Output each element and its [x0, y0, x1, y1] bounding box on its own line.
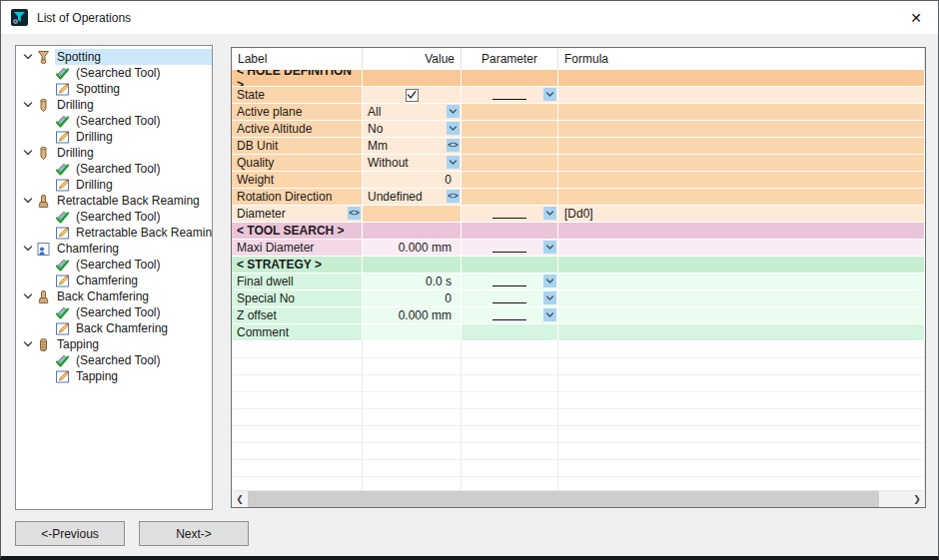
tree-item-label[interactable]: Drilling: [55, 145, 212, 161]
tree-item-label[interactable]: Drilling: [74, 177, 212, 193]
parameter-dropdown-button[interactable]: [543, 88, 556, 101]
tree-item-label[interactable]: Chamfering: [74, 273, 212, 288]
parameter-placeholder-line[interactable]: [492, 243, 526, 253]
formula-text[interactable]: [Dd0]: [564, 207, 593, 221]
tree-item[interactable]: Retractable Back Reaming: [16, 225, 212, 241]
tree-item-label[interactable]: (Searched Tool): [74, 352, 212, 368]
parameter-cell[interactable]: [462, 324, 558, 341]
column-header-parameter[interactable]: Parameter: [462, 48, 558, 70]
label-toggle-button[interactable]: <>: [348, 207, 361, 220]
formula-cell[interactable]: [558, 240, 925, 257]
tree-item[interactable]: Spotting: [16, 49, 212, 65]
parameter-cell[interactable]: [462, 104, 558, 121]
tree-item-label[interactable]: Drilling: [55, 97, 212, 113]
close-icon[interactable]: ✕: [906, 8, 926, 28]
value-text[interactable]: 0.0 s: [368, 275, 461, 288]
chevron-down-icon[interactable]: [21, 338, 35, 350]
parameter-dropdown-button[interactable]: [543, 241, 556, 254]
parameter-cell[interactable]: [462, 155, 558, 172]
chevron-down-icon[interactable]: [21, 99, 35, 111]
value-cell[interactable]: 0.000 mm: [363, 240, 462, 257]
formula-cell[interactable]: [558, 274, 925, 290]
value-text[interactable]: 0.000 mm: [368, 241, 461, 255]
horizontal-scrollbar[interactable]: ❮ ❯: [232, 490, 925, 507]
tree-item[interactable]: Tapping: [16, 368, 212, 384]
chevron-down-icon[interactable]: [21, 51, 35, 63]
parameter-placeholder-line[interactable]: [492, 90, 526, 100]
tree-item[interactable]: Drilling: [16, 97, 212, 113]
column-header-label[interactable]: Label: [232, 48, 363, 70]
parameter-placeholder-line[interactable]: [492, 209, 526, 219]
tree-item[interactable]: Back Chamfering: [16, 288, 212, 304]
parameter-cell[interactable]: [462, 121, 558, 138]
value-cell[interactable]: [363, 206, 462, 223]
tree-item[interactable]: Chamfering: [16, 241, 212, 257]
tree-item-label[interactable]: (Searched Tool): [74, 113, 212, 129]
tree-item-label[interactable]: Retractable Back Reaming: [74, 225, 212, 241]
tree-item[interactable]: (Searched Tool): [16, 209, 212, 225]
tree-item[interactable]: Retractable Back Reaming: [16, 193, 212, 209]
operations-tree[interactable]: Spotting(Searched Tool)SpottingDrilling(…: [15, 45, 213, 510]
parameter-dropdown-button[interactable]: [543, 275, 556, 287]
parameter-cell[interactable]: [462, 87, 558, 104]
tree-item[interactable]: (Searched Tool): [16, 65, 212, 81]
tree-item-label[interactable]: Drilling: [74, 129, 212, 145]
tree-item[interactable]: (Searched Tool): [16, 352, 212, 368]
formula-cell[interactable]: [558, 307, 925, 324]
parameter-dropdown-button[interactable]: [543, 207, 556, 220]
parameter-cell[interactable]: [462, 307, 558, 324]
chevron-down-icon[interactable]: [21, 147, 35, 159]
formula-cell[interactable]: [558, 172, 925, 189]
chevron-down-icon[interactable]: [21, 290, 35, 302]
previous-button[interactable]: <-Previous: [15, 521, 125, 546]
tree-item-label[interactable]: Retractable Back Reaming: [55, 193, 212, 209]
tree-item-label[interactable]: Chamfering: [55, 241, 212, 257]
tree-item-label[interactable]: (Searched Tool): [74, 65, 212, 81]
parameter-placeholder-line[interactable]: [492, 310, 526, 320]
parameter-cell[interactable]: [462, 138, 558, 155]
value-cell[interactable]: 0: [363, 172, 462, 189]
value-toggle-button[interactable]: <>: [447, 190, 460, 203]
tree-item[interactable]: (Searched Tool): [16, 304, 212, 320]
value-cell[interactable]: Mm<>: [363, 138, 462, 155]
formula-cell[interactable]: [558, 138, 925, 155]
value-cell[interactable]: No: [363, 121, 462, 138]
formula-cell[interactable]: [558, 87, 925, 104]
tree-item-label[interactable]: Back Chamfering: [55, 288, 212, 304]
parameter-cell[interactable]: [462, 240, 558, 257]
tree-item[interactable]: (Searched Tool): [16, 113, 212, 129]
state-checkbox[interactable]: [406, 89, 419, 102]
tree-item-label[interactable]: Spotting: [55, 49, 212, 65]
tree-item[interactable]: (Searched Tool): [16, 161, 212, 177]
scroll-right-icon[interactable]: ❯: [909, 491, 925, 507]
tree-item[interactable]: Drilling: [16, 145, 212, 161]
value-text[interactable]: 0.000 mm: [368, 308, 461, 322]
tree-item-label[interactable]: Spotting: [74, 81, 212, 97]
tree-item[interactable]: (Searched Tool): [16, 257, 212, 273]
tree-item-label[interactable]: (Searched Tool): [74, 257, 212, 273]
parameter-cell[interactable]: [462, 274, 558, 290]
parameter-cell[interactable]: [462, 172, 558, 189]
tree-item-label[interactable]: Back Chamfering: [74, 320, 212, 336]
value-dropdown-button[interactable]: [447, 156, 460, 169]
tree-item[interactable]: Spotting: [16, 81, 212, 97]
value-toggle-button[interactable]: <>: [447, 139, 460, 152]
scroll-left-icon[interactable]: ❮: [232, 491, 248, 507]
formula-cell[interactable]: [Dd0]: [558, 206, 925, 223]
formula-cell[interactable]: [558, 121, 925, 138]
value-cell[interactable]: 0.000 mm: [363, 307, 462, 324]
parameter-cell[interactable]: [462, 290, 558, 307]
value-cell[interactable]: Undefined<>: [363, 189, 462, 206]
tree-item[interactable]: Back Chamfering: [16, 320, 212, 336]
value-cell[interactable]: [363, 324, 462, 341]
parameter-cell[interactable]: [462, 189, 558, 206]
tree-item-label[interactable]: (Searched Tool): [74, 209, 212, 225]
tree-item-label[interactable]: Tapping: [74, 368, 212, 384]
scrollbar-track[interactable]: [248, 491, 909, 507]
tree-item[interactable]: Drilling: [16, 129, 212, 145]
parameter-placeholder-line[interactable]: [492, 277, 526, 286]
formula-cell[interactable]: [558, 189, 925, 206]
scrollbar-thumb[interactable]: [248, 491, 879, 507]
column-header-formula[interactable]: Formula: [558, 48, 925, 70]
next-button[interactable]: Next->: [139, 521, 249, 546]
